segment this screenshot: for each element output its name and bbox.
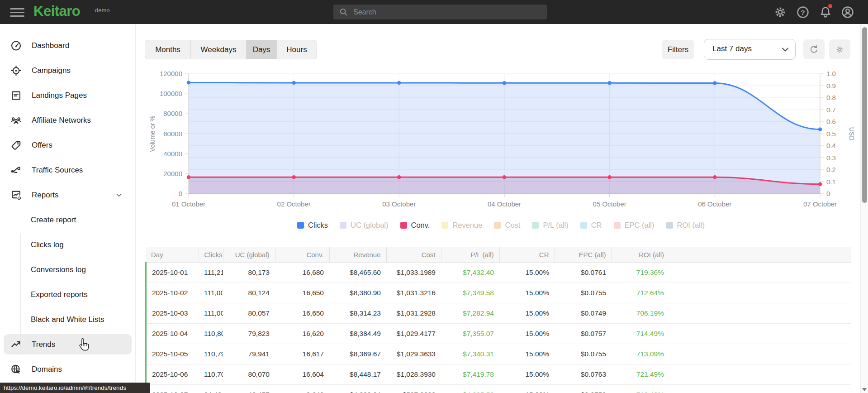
sidebar-item-landings-pages[interactable]: Landings Pages [0, 83, 135, 108]
sidebar-item-offers[interactable]: $ Offers [0, 133, 135, 158]
svg-text:Volume or %: Volume or % [149, 116, 156, 152]
cell-clicks: 64,42 [199, 385, 223, 393]
gear-icon [835, 45, 844, 54]
search-box[interactable] [333, 5, 547, 19]
legend-item-cost[interactable]: Cost [494, 221, 520, 230]
gear-icon [773, 5, 787, 19]
cell-p-l-all: $4,295.53 [441, 385, 499, 393]
tab-months[interactable]: Months [145, 40, 191, 59]
notifications-button[interactable] [818, 5, 833, 19]
globe-icon [10, 363, 22, 375]
legend-item-uc-global[interactable]: UC (global) [340, 221, 388, 230]
report-chart-icon [10, 189, 22, 201]
sidebar-item-traffic-sources[interactable]: Traffic Sources [0, 158, 135, 182]
legend-item-revenue[interactable]: Revenue [441, 221, 482, 230]
vertical-scrollbar[interactable] [860, 24, 868, 393]
cell-day: 2025-10-05 [146, 344, 199, 364]
cell-uc-global: 46,457 [223, 385, 275, 393]
hamburger-menu-icon[interactable] [10, 6, 24, 18]
cell-filler [669, 364, 851, 385]
trends-chart[interactable]: 02000040000600008000010000012000000.10.2… [149, 68, 862, 215]
svg-text:0.8: 0.8 [826, 94, 836, 101]
refresh-icon [809, 44, 819, 55]
sidebar-item-reports[interactable]: Reports [0, 182, 135, 207]
tab-days[interactable]: Days [247, 40, 277, 59]
chevron-down-icon [114, 191, 123, 200]
price-tag-icon: $ [10, 139, 22, 151]
svg-text:05 October: 05 October [593, 200, 626, 208]
help-icon: ? [796, 5, 810, 19]
date-range-select[interactable]: Last 7 days [704, 39, 796, 60]
svg-text:60000: 60000 [163, 130, 182, 138]
cell-revenue: $8,369.67 [329, 344, 386, 364]
column-header-filler [669, 247, 851, 263]
svg-text:0.3: 0.3 [826, 154, 836, 162]
legend-item-conv[interactable]: Conv. [400, 221, 430, 230]
legend-item-cr[interactable]: CR [580, 221, 602, 230]
date-range-value: Last 7 days [712, 44, 752, 53]
tab-hours[interactable]: Hours [277, 40, 317, 59]
svg-text:?: ? [801, 9, 805, 16]
help-button[interactable]: ? [796, 5, 810, 19]
scrollbar-thumb[interactable] [862, 27, 867, 203]
trends-table-wrap: DayClicksUC (global)Conv.RevenueCostP/L … [145, 247, 850, 393]
sidebar-item-dashboard[interactable]: Dashboard [0, 33, 135, 58]
column-header-epc-all: EPC (all) [555, 247, 612, 263]
chart-settings-button[interactable] [829, 39, 850, 59]
trends-table: DayClicksUC (global)Conv.RevenueCostP/L … [145, 247, 851, 393]
cell-conv: 16,617 [275, 344, 329, 364]
table-row: 2025-10-05110,7979,94116,617$8,369.67$1,… [146, 344, 851, 364]
filters-button[interactable]: Filters [662, 40, 694, 59]
sidebar-subitem-label: Clicks log [31, 240, 64, 249]
target-icon [10, 64, 22, 77]
svg-text:0.7: 0.7 [826, 106, 836, 114]
cell-p-l-all: $7,432.40 [441, 263, 499, 283]
cell-conv: 16,650 [275, 303, 329, 324]
cell-revenue: $8,465.60 [329, 263, 386, 283]
sidebar-item-affiliate-networks[interactable]: Affiliate Networks [0, 108, 135, 133]
sidebar-item-label: Domains [32, 365, 62, 374]
refresh-button[interactable] [803, 39, 825, 59]
legend-item-epc-all[interactable]: EPC (all) [614, 221, 655, 230]
table-row: 2025-10-04110,8079,82316,620$8,384.49$1,… [146, 324, 851, 344]
cell-day: 2025-10-04 [146, 324, 199, 344]
legend-item-p-l-all[interactable]: P/L (all) [532, 221, 568, 230]
legend-item-clicks[interactable]: Clicks [297, 221, 328, 230]
scroll-down-arrow[interactable] [862, 388, 867, 391]
column-header-roi-all: ROI (all) [612, 247, 669, 263]
svg-text:0.1: 0.1 [826, 178, 836, 186]
svg-text:0: 0 [826, 190, 830, 197]
legend-item-roi-all[interactable]: ROI (all) [666, 221, 705, 230]
cell-uc-global: 79,941 [223, 344, 275, 364]
search-input[interactable] [353, 5, 543, 19]
table-row: 2025-10-02111,0080,12416,650$8,380.90$1,… [146, 283, 851, 303]
cell-p-l-all: $7,419.78 [441, 364, 499, 385]
cell-conv: 16,604 [275, 364, 329, 385]
cell-cr: 15.00% [499, 324, 555, 344]
settings-button[interactable] [773, 5, 787, 19]
sidebar-item-campaigns[interactable]: Campaigns [0, 58, 135, 83]
trends-chart-svg[interactable]: 02000040000600008000010000012000000.10.2… [149, 68, 862, 215]
account-button[interactable] [840, 5, 855, 19]
cell-uc-global: 80,057 [223, 303, 275, 324]
cell-cr: 15.00% [499, 344, 555, 364]
cell-cr: 15.00% [499, 364, 555, 385]
cell-roi-all: 706.19% [612, 303, 669, 324]
legend-label: Clicks [308, 221, 328, 230]
table-row: 2025-10-01111,2180,17316,680$8,465.60$1,… [146, 263, 851, 283]
legend-swatch [340, 222, 346, 229]
svg-text:01 October: 01 October [172, 200, 205, 208]
legend-label: Conv. [411, 221, 430, 230]
legend-swatch [580, 222, 587, 229]
sidebar-item-create-report[interactable]: Create report [0, 207, 135, 232]
svg-text:USD: USD [848, 127, 855, 141]
legend-label: Cost [505, 221, 520, 230]
tab-weekdays[interactable]: Weekdays [191, 40, 247, 59]
cell-roi-all: 719.36% [612, 263, 669, 283]
cell-cost: $1,031.2928 [386, 303, 441, 324]
cell-cost: $1,028.3930 [386, 364, 441, 385]
chevron-down-icon [782, 47, 789, 53]
legend-swatch [666, 222, 673, 229]
sidebar-item-domains[interactable]: Domains [0, 357, 135, 382]
svg-text:0.6: 0.6 [826, 118, 836, 125]
